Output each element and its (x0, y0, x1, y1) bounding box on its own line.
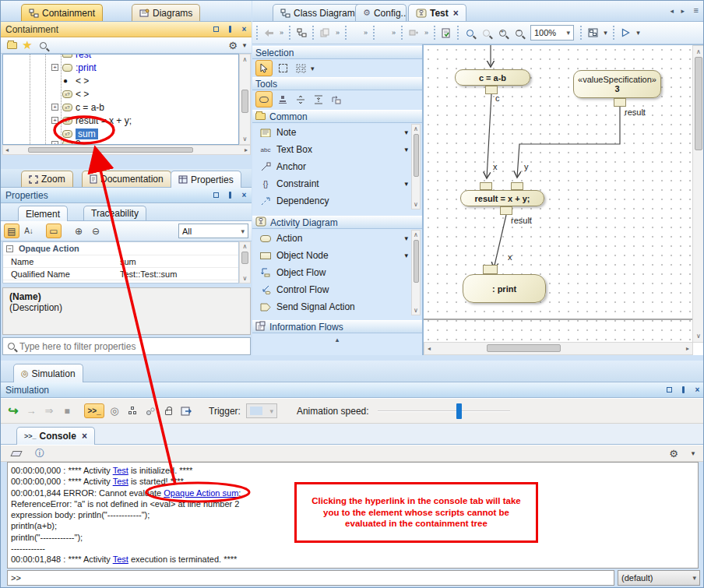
selected-tree-item[interactable]: sum (76, 129, 98, 139)
palette-section-tools[interactable]: Tools (252, 77, 422, 90)
scroll-right-icon[interactable]: ▸ (686, 345, 689, 352)
settings-caret[interactable]: ▾ (241, 38, 248, 53)
console-settings-caret[interactable]: ▾ (689, 446, 697, 461)
overflow-icon[interactable]: » (277, 26, 286, 40)
canvas-viewport[interactable]: c = a-b c «valueSpecification» 3 result … (424, 45, 692, 342)
close-tab-icon[interactable]: × (82, 431, 87, 442)
open-element-button[interactable] (4, 38, 19, 53)
export-button[interactable] (178, 403, 194, 418)
run-caret[interactable]: ▾ (634, 26, 642, 40)
resize-button[interactable] (406, 26, 421, 40)
session-combo[interactable]: (default)▾ (618, 570, 700, 586)
breakpoints-button[interactable] (143, 403, 158, 418)
canvas-hscrollbar[interactable]: ◂ ▸ (424, 342, 693, 355)
tab-scroll-right-icon[interactable]: ▸ (681, 7, 685, 15)
align-button[interactable] (311, 92, 326, 107)
tab-traceability[interactable]: Traceability (83, 206, 146, 220)
console-settings-button[interactable]: ⚙ (666, 446, 681, 461)
palette-item-constraint[interactable]: {} Constraint▾ (254, 175, 410, 192)
overflow-icon[interactable]: » (333, 26, 342, 40)
tree-vscrollbar[interactable]: ∧ ∨ (239, 54, 251, 145)
palette-item-text-box[interactable]: abc Text Box▾ (254, 141, 410, 158)
activity-test-link[interactable]: Test (113, 555, 128, 564)
slider-thumb[interactable] (456, 403, 462, 419)
tree-row-opaque-empty[interactable]: x? < > (3, 87, 238, 100)
show-description-button[interactable]: ▭ (46, 224, 62, 238)
tree-row-initial-node[interactable]: ● < > (3, 74, 238, 87)
tab-containment[interactable]: Containment (21, 4, 103, 21)
palette-item-send-signal-action[interactable]: Send Signal Action (254, 298, 410, 315)
favorites-button[interactable]: ★ (19, 38, 35, 53)
float-icon[interactable] (212, 191, 220, 199)
zoom-fit-button[interactable] (478, 26, 494, 40)
pin-icon[interactable] (226, 191, 234, 199)
run-simulation-button[interactable] (618, 26, 633, 40)
overflow-icon[interactable]: » (361, 26, 370, 40)
scroll-down-icon[interactable]: ∨ (412, 201, 420, 208)
selection-caret[interactable]: ▾ (311, 65, 315, 72)
activity-scrollbar[interactable]: ∧ ∨ (411, 230, 421, 315)
item-caret[interactable]: ▾ (404, 180, 408, 188)
opaque-action-sum-link[interactable]: Opaque Action sum (164, 488, 238, 498)
console-button[interactable]: >>_ (84, 403, 104, 418)
distribute-vertical-button[interactable] (293, 92, 308, 107)
expand-icon[interactable]: + (51, 104, 58, 111)
tab-diagrams[interactable]: Diagrams (132, 4, 200, 21)
tree-row-sum[interactable]: x? sum (3, 127, 238, 140)
categorized-view-button[interactable]: ▤ (4, 224, 19, 238)
scroll-up-icon[interactable]: ∧ (412, 125, 420, 132)
zoom-level-combo[interactable]: 100%▾ (530, 25, 574, 40)
tab-console[interactable]: >>_ Console × (16, 427, 95, 445)
zoom-region-button[interactable] (462, 26, 477, 40)
pin-icon[interactable] (226, 25, 234, 33)
search-button[interactable] (35, 38, 51, 53)
item-caret[interactable]: ▾ (404, 146, 408, 153)
magnet-tool-button[interactable] (255, 91, 273, 107)
tree-hscrollbar[interactable]: ◂ ▸ (2, 145, 251, 155)
zoom-out-button[interactable]: − (511, 26, 526, 40)
console-input[interactable]: >> (7, 570, 614, 586)
containment-tree-button[interactable] (294, 26, 309, 40)
scroll-up-icon[interactable]: ∧ (240, 56, 250, 63)
tab-test[interactable]: Test × (408, 4, 466, 21)
palette-item-object-node[interactable]: Object Node▾ (254, 247, 410, 264)
close-icon[interactable]: × (693, 386, 702, 394)
float-icon[interactable] (665, 386, 674, 394)
tree-row-result[interactable]: + x? result = x + y; (3, 114, 238, 127)
back-button[interactable] (261, 26, 276, 40)
item-caret[interactable]: ▾ (404, 129, 408, 136)
select-cursor-button[interactable] (255, 60, 273, 76)
zoom-in-button[interactable]: + (495, 26, 510, 40)
palette-scroll-up-button[interactable]: ▴ (252, 336, 422, 343)
tab-zoom[interactable]: Zoom (21, 171, 73, 187)
scroll-up-icon[interactable]: ∧ (412, 231, 420, 238)
scroll-down-icon[interactable]: ∨ (693, 333, 704, 340)
step-over-button[interactable]: ⇒ (41, 403, 57, 418)
input-pin[interactable] (511, 182, 523, 190)
tab-documentation[interactable]: Documentation (82, 171, 171, 187)
layout-caret[interactable]: ▾ (601, 26, 610, 40)
scroll-up-icon[interactable]: ∧ (240, 243, 250, 250)
settings-button[interactable]: ⚙ (225, 38, 241, 53)
scroll-right-icon[interactable]: ▸ (245, 146, 248, 153)
clear-console-button[interactable] (9, 446, 24, 461)
stamp-tool-button[interactable] (275, 92, 290, 107)
options-button[interactable]: ◎ (107, 403, 122, 418)
tab-scroll-left-icon[interactable]: ◂ (670, 7, 674, 15)
tab-properties[interactable]: Properties (171, 171, 241, 188)
pin-icon[interactable] (679, 386, 688, 394)
scroll-down-icon[interactable]: ∨ (412, 307, 420, 314)
step-into-button[interactable]: → (23, 403, 39, 418)
scroll-left-icon[interactable]: ◂ (428, 345, 431, 352)
lock-button[interactable] (160, 403, 176, 418)
palette-section-selection[interactable]: Selection (252, 46, 422, 59)
close-icon[interactable]: × (240, 191, 248, 199)
palette-section-common[interactable]: Common (252, 110, 422, 123)
overflow-icon[interactable]: » (422, 26, 431, 40)
validation-button[interactable] (438, 26, 454, 40)
activity-test-link[interactable]: Test (113, 477, 128, 486)
multi-select-button[interactable] (293, 61, 308, 76)
collapse-icon[interactable]: − (6, 245, 13, 252)
run-button[interactable]: ↪ (5, 403, 21, 418)
stop-button[interactable]: ■ (59, 403, 75, 418)
